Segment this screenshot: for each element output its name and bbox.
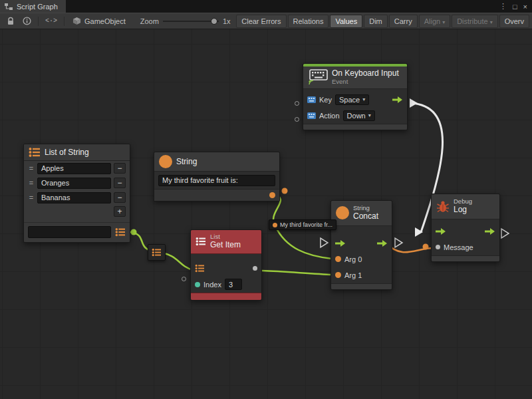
node-footer — [432, 255, 499, 261]
string-output-port[interactable] — [269, 192, 275, 198]
index-input-port[interactable] — [195, 282, 200, 287]
remove-item-button[interactable]: − — [114, 192, 126, 203]
message-input-port[interactable] — [436, 245, 440, 249]
script-graph-window: Script Graph ⋮ □ × <·> — [0, 0, 532, 399]
graph-canvas[interactable]: List of String = Apples − = Oranges − = … — [0, 29, 532, 399]
align-button[interactable]: Align▾ — [419, 15, 450, 28]
key-input-port[interactable] — [295, 101, 299, 106]
window-maximize-icon[interactable]: □ — [513, 3, 517, 11]
list-item-field[interactable]: Oranges — [37, 178, 111, 189]
distribute-button[interactable]: Distribute▾ — [452, 15, 497, 28]
chevron-down-icon: ▾ — [368, 112, 371, 118]
index-field[interactable]: 3 — [225, 279, 242, 290]
control-output-port[interactable] — [377, 239, 388, 247]
clear-errors-button[interactable]: Clear Errors — [236, 15, 286, 28]
arg1-input-port[interactable] — [335, 272, 341, 278]
node-concat[interactable]: String Concat Arg 0 Arg 1 — [331, 200, 392, 290]
gameobject-icon — [72, 17, 81, 25]
node-title: On Keyboard Input — [332, 69, 399, 78]
node-on-keyboard-input[interactable]: On Keyboard Input Event Key Space ▾ — [303, 63, 408, 130]
toolbar-separator — [38, 17, 39, 26]
list-output-port[interactable] — [131, 229, 137, 235]
chevron-down-icon: ▾ — [442, 19, 445, 25]
list-item-field[interactable]: Apples — [37, 163, 111, 174]
add-item-button[interactable]: + — [114, 206, 126, 217]
flow-arrow-log-right — [501, 229, 509, 238]
string-type-dot — [273, 223, 277, 227]
index-outer-port[interactable] — [182, 277, 186, 281]
window-close-icon[interactable]: × — [523, 3, 527, 11]
overview-button[interactable]: Overv — [499, 15, 529, 28]
node-title: String — [176, 157, 197, 166]
arg0-input-port[interactable] — [335, 256, 341, 262]
wire-getitem-to-concat[interactable] — [262, 271, 332, 275]
zoom-slider[interactable] — [163, 17, 219, 25]
graph-toolbar: <·> GameObject Zoom 1x Clear Errors Rela… — [0, 13, 532, 29]
wire-chub-orange[interactable] — [282, 188, 288, 194]
wire-value-tooltip: My third favorite fr... — [269, 219, 336, 230]
flow-arrow-concat-right — [395, 238, 402, 247]
values-button[interactable]: Values — [330, 15, 362, 28]
list-input-port[interactable] — [195, 264, 205, 273]
flow-arrow-log-in — [415, 227, 423, 237]
info-icon[interactable] — [19, 13, 35, 29]
control-output-port[interactable] — [392, 96, 403, 104]
wire-concat-to-log[interactable] — [386, 243, 434, 252]
item-output-port[interactable] — [253, 266, 257, 271]
wire-type-badge — [148, 244, 166, 261]
zoom-slider-thumb[interactable] — [211, 18, 217, 25]
wire-chub-orange[interactable] — [423, 244, 429, 250]
node-list-of-string[interactable]: List of String = Apples − = Oranges − = … — [23, 144, 130, 243]
key-label: Key — [319, 96, 332, 104]
node-footer — [191, 293, 261, 300]
list-icon — [196, 237, 206, 246]
control-input-port[interactable] — [436, 227, 446, 235]
node-string-literal[interactable]: String My third favorite fruit is: — [154, 152, 280, 201]
string-type-icon — [159, 155, 172, 168]
key-dropdown[interactable]: Space ▾ — [335, 94, 369, 105]
action-dropdown[interactable]: Down ▾ — [343, 110, 375, 121]
control-output-port[interactable] — [485, 227, 495, 235]
node-get-item[interactable]: List Get Item Index 3 — [190, 229, 262, 301]
tab-script-graph[interactable]: Script Graph — [0, 0, 66, 13]
titlebar-spacer — [66, 0, 499, 13]
list-output-icon[interactable] — [115, 227, 126, 237]
gameobject-label: GameObject — [84, 17, 126, 25]
node-title: Concat — [353, 212, 378, 221]
arg0-label: Arg 0 — [344, 255, 362, 263]
list-icon — [152, 248, 162, 257]
chevron-down-icon: ▾ — [490, 19, 493, 25]
arg1-label: Arg 1 — [344, 271, 362, 279]
index-label: Index — [203, 281, 221, 289]
drag-handle-icon[interactable]: = — [28, 179, 35, 187]
code-view-icon[interactable]: <·> — [41, 13, 61, 29]
drag-handle-icon[interactable]: = — [28, 194, 35, 201]
remove-item-button[interactable]: − — [114, 163, 126, 174]
dim-button[interactable]: Dim — [364, 15, 388, 28]
chevron-down-icon: ▾ — [362, 96, 365, 102]
action-input-port[interactable] — [295, 117, 299, 122]
toolbar-separator — [64, 17, 65, 26]
remove-item-button[interactable]: − — [114, 178, 126, 188]
lock-icon[interactable] — [3, 13, 19, 29]
list-preview-field — [28, 226, 111, 238]
keyboard-icon — [308, 69, 328, 85]
drag-handle-icon[interactable]: = — [28, 164, 35, 172]
list-item-field[interactable]: Bananas — [37, 192, 111, 203]
node-log[interactable]: Debug Log Message — [431, 194, 500, 262]
relations-button[interactable]: Relations — [288, 15, 329, 28]
zoom-value: 1x — [223, 17, 231, 25]
node-subtitle: Event — [332, 78, 399, 86]
wire-value-text: My third favorite fr... — [280, 221, 332, 228]
window-menu-icon[interactable]: ⋮ — [499, 2, 507, 11]
node-footer — [331, 283, 392, 289]
list-icon — [29, 147, 41, 158]
gameobject-selector[interactable]: GameObject — [67, 17, 131, 25]
zoom-label: Zoom — [140, 17, 159, 25]
tab-title: Script Graph — [17, 3, 58, 11]
string-value-field[interactable]: My third favorite fruit is: — [158, 175, 275, 186]
carry-button[interactable]: Carry — [389, 15, 418, 28]
node-title: Get Item — [210, 241, 241, 250]
control-input-port[interactable] — [335, 239, 346, 247]
bug-icon — [436, 200, 450, 213]
